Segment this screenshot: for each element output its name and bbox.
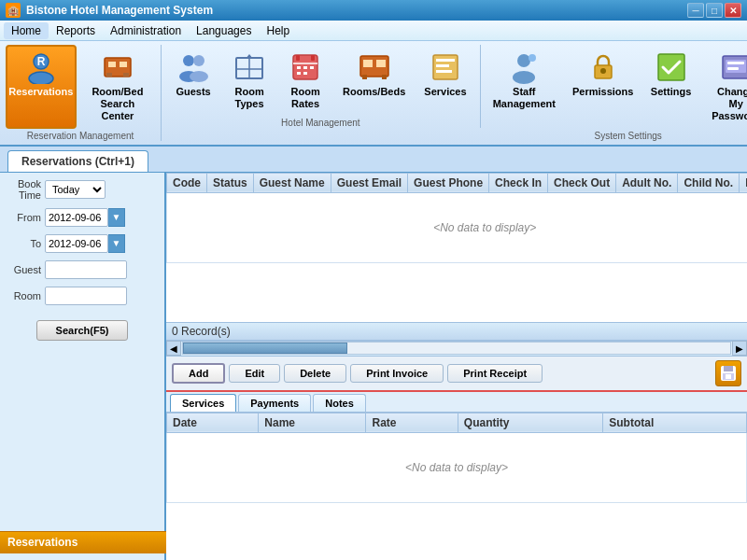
from-date-btn[interactable]: ▼: [108, 208, 125, 227]
guest-label: Guest: [6, 264, 41, 275]
hotel-group-label: Hotel Management: [281, 118, 360, 128]
settings-label: Settings: [651, 86, 691, 98]
svg-rect-20: [297, 66, 301, 69]
close-button[interactable]: ✕: [725, 3, 741, 18]
room-bed-search-icon: [101, 50, 134, 84]
toolbar-group-system: StaffManagement Permissions: [486, 45, 747, 141]
window-controls: ─ □ ✕: [687, 3, 741, 18]
svg-rect-45: [724, 366, 733, 371]
filter-room-row: Room: [6, 287, 159, 305]
permissions-label: Permissions: [572, 86, 633, 98]
toolbar-btn-rooms-beds[interactable]: Rooms/Beds: [335, 45, 413, 116]
toolbar-btn-permissions[interactable]: Permissions: [566, 45, 641, 129]
save-button[interactable]: [715, 360, 741, 386]
svg-point-10: [193, 55, 204, 66]
svg-point-11: [190, 71, 208, 82]
action-bar: Add Edit Delete Print Invoice Print Rece…: [166, 356, 747, 390]
col-code: Code: [167, 173, 207, 192]
svg-rect-28: [362, 75, 367, 79]
tab-reservations[interactable]: Reservations (Ctrl+1): [7, 150, 148, 172]
room-types-icon: [233, 50, 266, 84]
book-time-select[interactable]: Today This Week This Month Custom: [45, 180, 106, 199]
col-adult-no: Adult No.: [616, 173, 678, 192]
menu-help[interactable]: Help: [259, 22, 297, 39]
search-button[interactable]: Search(F5): [36, 320, 129, 341]
filter-guest-row: Guest: [6, 260, 159, 279]
toolbar-btn-reservations[interactable]: R Reservations: [6, 45, 77, 129]
to-label: To: [6, 238, 41, 249]
from-date-input[interactable]: [45, 208, 108, 227]
staff-label: StaffManagement: [493, 86, 556, 110]
sub-tab-bar: Services Payments Notes: [166, 390, 747, 413]
scroll-left-arrow[interactable]: ◀: [166, 341, 181, 356]
col-guest-email: Guest Email: [331, 173, 407, 192]
scroll-track[interactable]: [182, 342, 731, 355]
services-icon: [429, 50, 462, 84]
sub-col-date: Date: [167, 413, 259, 432]
sub-tab-services[interactable]: Services: [170, 394, 236, 412]
toolbar-items-hotel: Guests RoomTypes: [167, 45, 474, 116]
sub-table-no-data: <No data to display>: [167, 432, 747, 502]
print-invoice-button[interactable]: Print Invoice: [350, 364, 444, 383]
svg-rect-42: [727, 62, 744, 64]
room-rates-label: RoomRates: [291, 86, 320, 110]
app-icon: 🏨: [6, 3, 21, 18]
scroll-thumb[interactable]: [183, 343, 347, 354]
col-check-out: Check Out: [548, 173, 616, 192]
svg-rect-18: [311, 55, 315, 61]
print-receipt-button[interactable]: Print Receipt: [447, 364, 543, 383]
svg-point-8: [183, 55, 194, 66]
svg-rect-33: [436, 70, 452, 73]
record-count-bar: 0 Record(s): [166, 322, 747, 341]
toolbar-btn-room-bed-search[interactable]: Room/BedSearch Center: [80, 45, 155, 129]
sub-table-container: Date Name Rate Quantity Subtotal <No dat…: [166, 413, 747, 543]
sub-col-name: Name: [259, 413, 366, 432]
permissions-icon: [586, 50, 620, 84]
svg-rect-24: [303, 72, 307, 75]
menu-home[interactable]: Home: [4, 22, 49, 39]
reservations-icon: R: [24, 50, 58, 84]
toolbar-btn-room-rates[interactable]: RoomRates: [279, 45, 331, 116]
toolbar-btn-guests[interactable]: Guests: [167, 45, 219, 116]
sub-col-subtotal: Subtotal: [603, 413, 747, 432]
bottom-status-label: Reservations: [7, 536, 78, 549]
svg-rect-43: [727, 67, 739, 70]
sub-tab-notes[interactable]: Notes: [313, 394, 366, 412]
svg-rect-17: [296, 55, 300, 61]
svg-point-36: [529, 54, 536, 62]
to-date-btn[interactable]: ▼: [108, 234, 125, 253]
maximize-button[interactable]: □: [706, 3, 723, 18]
horizontal-scrollbar[interactable]: ◀ ▶: [166, 341, 747, 356]
room-input[interactable]: [45, 287, 127, 305]
sub-tab-payments[interactable]: Payments: [238, 394, 311, 412]
menu-languages[interactable]: Languages: [189, 22, 259, 39]
add-button[interactable]: Add: [172, 363, 225, 384]
svg-point-34: [517, 54, 530, 67]
edit-button[interactable]: Edit: [229, 364, 280, 383]
toolbar-btn-room-types[interactable]: RoomTypes: [223, 45, 275, 116]
sub-table-area: Date Name Rate Quantity Subtotal <No dat…: [166, 413, 747, 543]
change-password-icon: [719, 50, 747, 84]
filter-book-time-row: Book Time Today This Week This Month Cus…: [6, 178, 159, 201]
toolbar-btn-settings[interactable]: Settings: [643, 45, 698, 129]
delete-button[interactable]: Delete: [284, 364, 346, 383]
filter-to-row: To ▼: [6, 234, 159, 253]
title-bar: 🏨 Bistone Hotel Management System ─ □ ✕: [0, 0, 747, 21]
minimize-button[interactable]: ─: [687, 3, 704, 18]
guest-input[interactable]: [45, 260, 127, 279]
to-date-input[interactable]: [45, 234, 108, 253]
menu-reports[interactable]: Reports: [49, 22, 103, 39]
toolbar-btn-services[interactable]: Services: [416, 45, 473, 116]
left-panel: Book Time Today This Week This Month Cus…: [0, 173, 166, 560]
scroll-right-arrow[interactable]: ▶: [732, 341, 747, 356]
svg-rect-47: [726, 374, 731, 379]
svg-rect-7: [123, 73, 129, 77]
svg-rect-4: [108, 62, 116, 67]
toolbar-btn-change-password[interactable]: Change MyPassword: [702, 45, 747, 129]
toolbar-btn-staff[interactable]: StaffManagement: [486, 45, 562, 129]
menu-administration[interactable]: Administration: [103, 22, 189, 39]
filter-from-row: From ▼: [6, 208, 159, 227]
bottom-left-status: Reservations: [0, 531, 166, 553]
rooms-beds-icon: [358, 50, 391, 84]
right-content: Code Status Guest Name Guest Email Guest…: [166, 173, 747, 560]
